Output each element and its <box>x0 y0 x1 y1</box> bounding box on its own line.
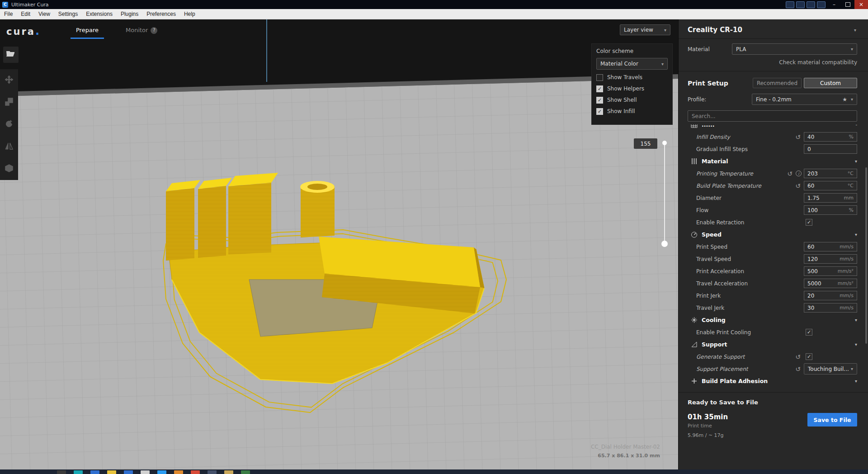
reset-icon[interactable]: ↺ <box>795 183 801 189</box>
save-to-file-button[interactable]: Save to File <box>807 413 857 427</box>
setting-input-travel-speed[interactable]: 120mm/s <box>804 254 857 264</box>
taskbar-icon-7[interactable] <box>157 470 166 474</box>
layer-slider-handle-bottom[interactable] <box>661 241 668 247</box>
menu-settings[interactable]: Settings <box>54 9 82 19</box>
printer-header[interactable]: Creality CR-10 ▾ <box>679 19 868 38</box>
layer-slider-track[interactable] <box>664 143 665 244</box>
close-button[interactable]: × <box>854 0 868 9</box>
setting-item[interactable]: ......- <box>679 124 868 131</box>
remote-toolbar-icon[interactable] <box>817 1 826 8</box>
menu-preferences[interactable]: Preferences <box>142 9 180 19</box>
taskbar-icon-10[interactable] <box>208 470 217 474</box>
tab-prepare[interactable]: Prepare <box>71 23 104 39</box>
setting-input-travel-acceleration[interactable]: 5000mm/s² <box>804 279 857 288</box>
view-mode-dropdown[interactable]: Layer view ▾ <box>620 24 670 35</box>
setting-print-jerk[interactable]: Print Jerk20mm/s <box>679 289 868 302</box>
recommended-mode-button[interactable]: Recommended <box>753 78 802 88</box>
setting-build-plate-temperature[interactable]: Build Plate Temperature↺60°C <box>679 180 868 192</box>
setting-checkbox-generate-support[interactable]: ✓ <box>806 353 812 360</box>
rotate-tool-button[interactable] <box>0 114 18 136</box>
setting-flow[interactable]: Flow100% <box>679 204 868 216</box>
minimize-button[interactable]: – <box>827 0 841 9</box>
menu-view[interactable]: View <box>34 9 54 19</box>
setting-travel-jerk[interactable]: Travel Jerk30mm/s <box>679 302 868 314</box>
setting-cooling[interactable]: Cooling▾ <box>679 314 868 326</box>
setting-enable-retraction[interactable]: Enable Retraction✓ <box>679 216 868 228</box>
setting-enable-print-cooling[interactable]: Enable Print Cooling✓ <box>679 326 868 338</box>
setting-material[interactable]: Material▾ <box>679 155 868 167</box>
setting-diameter[interactable]: Diameter1.75mm <box>679 192 868 204</box>
remote-toolbar-icon[interactable] <box>796 1 805 8</box>
taskbar-icon-2[interactable] <box>74 470 83 474</box>
setting-input-print-jerk[interactable]: 20mm/s <box>804 291 857 300</box>
menu-extensions[interactable]: Extensions <box>82 9 117 19</box>
setting-printing-temperature[interactable]: Printing Temperature↺i203°C <box>679 167 868 180</box>
setting-checkbox-enable-print-cooling[interactable]: ✓ <box>806 329 812 336</box>
setting-print-speed[interactable]: Print Speed60mm/s <box>679 241 868 253</box>
info-icon[interactable]: i <box>796 171 802 176</box>
mirror-tool-button[interactable] <box>0 136 18 158</box>
setting-speed[interactable]: Speed▾ <box>679 228 868 241</box>
taskbar-icon-11[interactable] <box>224 470 233 474</box>
setting-input-travel-jerk[interactable]: 30mm/s <box>804 303 857 313</box>
settings-scrollbar[interactable] <box>865 167 867 344</box>
tab-monitor[interactable]: Monitor ? <box>120 23 163 38</box>
reset-icon[interactable]: ↺ <box>787 171 793 177</box>
setting-input-printing-temperature[interactable]: 203°C <box>804 169 857 178</box>
layer-slider-handle-top[interactable] <box>662 141 667 145</box>
checkbox-show-shell[interactable]: ✓ <box>596 97 603 104</box>
material-dropdown[interactable]: PLA ▾ <box>732 43 857 55</box>
setting-dropdown-support-placement[interactable]: Touching Buil...▾ <box>804 363 857 374</box>
setting-generate-support[interactable]: Generate Support↺✓ <box>679 351 868 363</box>
setting-travel-speed[interactable]: Travel Speed120mm/s <box>679 253 868 265</box>
setting-input-build-plate-temperature[interactable]: 60°C <box>804 181 857 190</box>
setting-input-gradual-infill-steps[interactable]: 0 <box>804 144 857 154</box>
help-icon[interactable]: ? <box>151 27 157 34</box>
menu-edit[interactable]: Edit <box>17 9 34 19</box>
setting-input-infill-density[interactable]: 40% <box>804 132 857 142</box>
taskbar-icon-1[interactable] <box>57 470 66 474</box>
setting-input-print-acceleration[interactable]: 500mm/s² <box>804 266 857 276</box>
open-file-button[interactable] <box>3 47 19 63</box>
material-compatibility-link[interactable]: Check material compatibility <box>679 58 868 71</box>
3d-viewport[interactable]: cura. Prepare Monitor ? <box>0 19 678 469</box>
setting-travel-acceleration[interactable]: Travel Acceleration5000mm/s² <box>679 277 868 289</box>
color-scheme-dropdown[interactable]: Material Color ▾ <box>596 58 668 70</box>
taskbar-icon-3[interactable] <box>90 470 99 474</box>
custom-mode-button[interactable]: Custom <box>804 78 857 88</box>
checkbox-show-infill[interactable]: ✓ <box>596 108 603 115</box>
menu-help[interactable]: Help <box>180 9 199 19</box>
setting-input-print-speed[interactable]: 60mm/s <box>804 242 857 251</box>
star-icon[interactable]: ★ <box>842 96 847 103</box>
maximize-button[interactable] <box>841 0 854 9</box>
taskbar-icon-12[interactable] <box>241 470 250 474</box>
checkbox-show-helpers[interactable]: ✓ <box>596 85 603 92</box>
setting-support[interactable]: Support▾ <box>679 338 868 351</box>
taskbar-icon-9[interactable] <box>191 470 200 474</box>
move-tool-button[interactable] <box>0 69 18 91</box>
setting-print-acceleration[interactable]: Print Acceleration500mm/s² <box>679 265 868 277</box>
profile-dropdown[interactable]: Fine - 0.2mm ★ ▾ <box>752 94 857 105</box>
setting-build-plate-adhesion[interactable]: Build Plate Adhesion▾ <box>679 375 868 387</box>
taskbar-icon-4[interactable] <box>107 470 116 474</box>
settings-search-input[interactable] <box>688 110 857 122</box>
setting-input-diameter[interactable]: 1.75mm <box>804 193 857 203</box>
setting-gradual-infill-steps[interactable]: Gradual Infill Steps0 <box>679 143 868 155</box>
checkbox-show-travels[interactable] <box>596 74 603 81</box>
remote-toolbar-icon[interactable] <box>786 1 794 8</box>
taskbar-icon-5[interactable] <box>124 470 133 474</box>
taskbar-icon-6[interactable] <box>141 470 150 474</box>
remote-toolbar-icon[interactable] <box>807 1 815 8</box>
reset-icon[interactable]: ↺ <box>795 134 801 140</box>
taskbar-icon-8[interactable] <box>174 470 183 474</box>
menu-plugins[interactable]: Plugins <box>117 9 142 19</box>
setting-input-flow[interactable]: 100% <box>804 205 857 215</box>
setting-infill-density[interactable]: Infill Density↺40% <box>679 131 868 143</box>
menu-file[interactable]: File <box>0 9 17 19</box>
reset-icon[interactable]: ↺ <box>795 354 801 360</box>
reset-icon[interactable]: ↺ <box>795 366 801 372</box>
setting-checkbox-enable-retraction[interactable]: ✓ <box>806 219 812 226</box>
per-model-settings-button[interactable] <box>0 158 18 180</box>
setting-support-placement[interactable]: Support Placement↺Touching Buil...▾ <box>679 363 868 375</box>
scale-tool-button[interactable] <box>0 91 18 114</box>
